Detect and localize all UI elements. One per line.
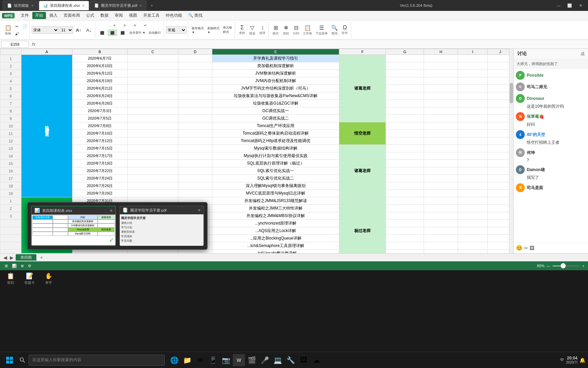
raise-hand-button[interactable]: ✋ 举手	[45, 272, 52, 285]
chat-area[interactable]: P Possible 司 司马二师兄 D Dinosaur 这是10年前的照片吗	[514, 69, 588, 242]
discussion-tab[interactable]: 讨论	[517, 51, 527, 57]
taskbar-icon-code[interactable]: 💻	[272, 354, 284, 366]
hover-window-pdf-title: 📑 圈灵学院学员手册.pdf	[122, 208, 166, 213]
sheet-tab-active[interactable]: 第四期	[16, 254, 36, 261]
zoom-decrease[interactable]: —	[546, 264, 550, 268]
new-tab-button[interactable]: ＋	[147, 3, 157, 9]
status-icon1[interactable]: ⊞	[3, 263, 10, 269]
status-icon2[interactable]: 📊	[10, 263, 19, 269]
align-left-button[interactable]: ⬛	[97, 29, 107, 36]
copy-button[interactable]: 📄	[21, 23, 28, 30]
menu-home[interactable]: 开始	[32, 12, 46, 19]
tab-close[interactable]: ✕	[31, 4, 34, 7]
taskbar-icon-explorer[interactable]: 📁	[181, 354, 193, 366]
zoom-increase[interactable]: ＋	[582, 263, 585, 269]
taskbar-icon-mic[interactable]: 🎤	[259, 354, 271, 366]
cell-reference-input[interactable]: E159	[1, 41, 29, 48]
worksheet-button[interactable]: 📋工作表	[301, 22, 313, 37]
avatar-hekun: 何	[516, 148, 525, 157]
formula-input[interactable]	[39, 42, 587, 47]
tab-icon-xlsx: 📊	[43, 3, 48, 8]
cut-button[interactable]: ✂	[14, 23, 20, 30]
format-painter-button[interactable]: 🖌	[14, 30, 20, 37]
cut-icon[interactable]: ✂	[524, 245, 528, 251]
table-format-button[interactable]: 表格样式▼	[206, 22, 221, 37]
format-button[interactable]: ⊞格式	[271, 22, 280, 37]
zoom-slider[interactable]	[552, 265, 579, 266]
table-row: 13 2020年7月15日 Mysql索引数据结构详解 诸葛老师	[0, 145, 513, 152]
align-top-button[interactable]: ≡	[110, 22, 119, 29]
sum-button[interactable]: Σ求和	[237, 22, 247, 37]
paste-button[interactable]: 📋粘贴	[3, 22, 13, 37]
filter-button[interactable]: ▽筛选	[247, 22, 257, 37]
emoji-icon[interactable]: 😊	[516, 245, 523, 251]
taskbar-icon-git[interactable]: 🔧	[284, 354, 297, 366]
menu-file[interactable]: 文件	[18, 12, 32, 19]
taskbar-icon-photo[interactable]: 🖼	[297, 354, 310, 366]
tab-close-xlsx[interactable]: ✕	[82, 4, 85, 7]
taskbar-icon-cloud[interactable]: ☁	[310, 354, 323, 366]
vertical-scrollbar[interactable]	[509, 49, 513, 253]
menu-page-layout[interactable]: 页面布局	[61, 12, 83, 19]
font-decrease-button[interactable]: A↓	[84, 26, 94, 34]
symbol-button[interactable]: Ω符号	[340, 22, 349, 37]
font-size-select[interactable]: 11	[60, 26, 73, 34]
sheet-tab-nav-left[interactable]: ◀	[2, 255, 9, 260]
taskbar-icon-edge[interactable]: 🌐	[168, 354, 180, 366]
align-bottom-button[interactable]: ≡	[130, 22, 140, 29]
sheet-add-button[interactable]: ＋	[37, 255, 46, 261]
taskbar-icon-xiaomi[interactable]: 📱	[207, 354, 219, 366]
hover-close-pdf[interactable]: ✕	[198, 208, 201, 213]
tab-pdf[interactable]: 📑 圈灵学院学员手册.pdf ✕	[90, 1, 146, 10]
menu-data[interactable]: 数据	[98, 12, 111, 19]
menu-dev[interactable]: 开发工具	[141, 12, 162, 19]
align-right-button[interactable]: ⬛	[118, 29, 127, 36]
menu-search[interactable]: 🔍 查找	[185, 12, 205, 19]
quiz-button[interactable]: 📝 答题卡	[24, 272, 35, 285]
merge-center-button[interactable]: 合并居中 ▼	[128, 29, 147, 36]
align-middle-button[interactable]: ≡	[120, 22, 130, 29]
font-family-select[interactable]: 宋体	[32, 26, 59, 34]
notification-icon[interactable]: 🔔	[579, 357, 585, 363]
number-format-select[interactable]: 常规	[166, 26, 186, 34]
menu-formula[interactable]: 公式	[83, 12, 97, 19]
menu-view[interactable]: 视图	[126, 12, 140, 19]
cell-style-button[interactable]: 单元格样式	[222, 22, 233, 37]
taskbar-icon-video[interactable]: 🎬	[246, 354, 258, 366]
freeze-button[interactable]: ❄冻结	[281, 22, 291, 37]
wrap-text-button[interactable]: ↵	[141, 22, 150, 29]
close-button[interactable]: ✕	[576, 2, 585, 9]
row-col-button[interactable]: ⊟行列	[291, 22, 301, 37]
taskbar-icon-wps[interactable]: W	[233, 354, 245, 366]
status-icon3[interactable]: ⊕	[19, 263, 26, 269]
hover-window-pdf[interactable]: 📑 圈灵学院学员手册.pdf ✕ 圈灵学院学员手册 课程介绍 学习计划 课程安排…	[119, 206, 204, 246]
spreadsheet[interactable]: A B C D E F G H I J 1	[0, 49, 513, 253]
panel-right-label: 成	[581, 51, 585, 57]
align-center-button[interactable]: ⬛	[108, 29, 117, 36]
font-increase-button[interactable]: A↑	[74, 26, 83, 34]
search-taskbar-icon[interactable]	[16, 354, 29, 366]
auto-wrap-button[interactable]: 自动换行	[147, 29, 162, 36]
drop-menu-button[interactable]: ☰下拉菜单	[314, 22, 329, 37]
taskbar-icon-camera[interactable]: 📷	[220, 354, 232, 366]
taskbar-icon-mail[interactable]: ✉	[194, 354, 206, 366]
hover-close-xlsx[interactable]: ✕	[110, 209, 113, 213]
sort-button[interactable]: ↕排序	[258, 22, 267, 37]
menu-review[interactable]: 审阅	[112, 12, 126, 19]
tab-close-pdf[interactable]: ✕	[139, 4, 142, 7]
find-button2[interactable]: 🔍查找	[330, 22, 339, 37]
image-icon[interactable]: 🖼	[529, 245, 534, 251]
tab-spreadsheet[interactable]: 📊 第四期课程表.xlsx ✕	[39, 1, 89, 10]
start-button[interactable]	[3, 353, 16, 367]
hover-window-xlsx[interactable]: 📊 第四期课程表.xlsx ✕ 性能调优专题 内容 诸葛老师	[31, 206, 116, 246]
status-icon4[interactable]: ⚙	[26, 263, 33, 269]
maximize-button[interactable]: ⬜	[565, 2, 574, 9]
menu-insert[interactable]: 插入	[47, 12, 60, 19]
conditional-format-button[interactable]: 条件格式▼	[190, 22, 205, 37]
tab-paper-template[interactable]: 📄 纸壳模板 ✕	[3, 1, 38, 10]
menu-feature[interactable]: 特色功能	[163, 12, 185, 19]
task-search-box[interactable]: 在这里输入你要搜索的内容	[29, 355, 165, 366]
checkin-button[interactable]: 📋 答到	[7, 272, 14, 285]
minimize-button[interactable]: —	[554, 2, 564, 9]
sheet-tab-nav-right[interactable]: ▶	[9, 255, 15, 260]
